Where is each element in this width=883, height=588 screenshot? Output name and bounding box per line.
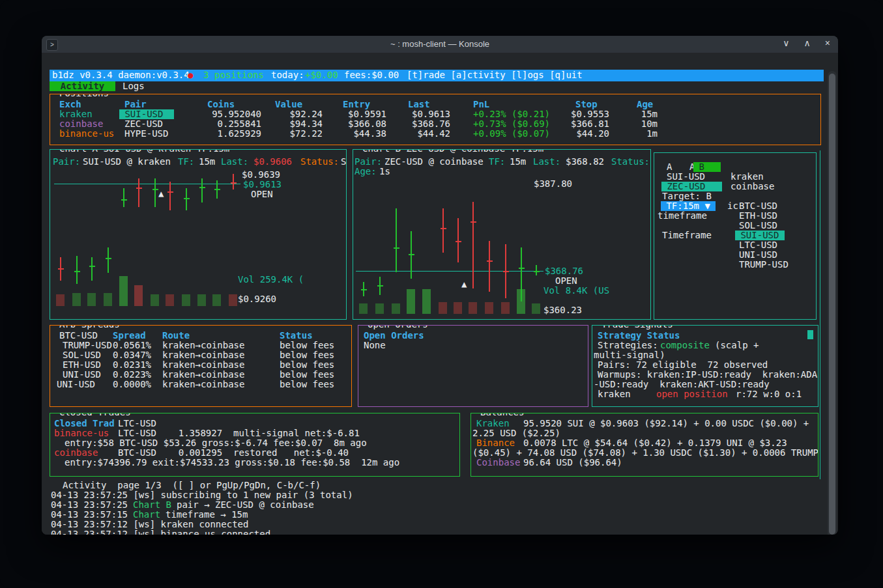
exchange-name: coinbase [59, 119, 103, 129]
arb-spreads-panel: Arb Spreads BTC-USDSpreadRouteStatusTRUM… [50, 325, 352, 407]
text-seg: Exch [59, 100, 81, 109]
scrollbar-thumb[interactable] [829, 74, 835, 535]
text-seg: UNI-USD [63, 370, 101, 380]
pair-selector-list: AA B SUI-USDkraken ZEC-USD coinbaseTarge… [654, 153, 816, 319]
text-seg: 04-13 23:57:12 [ws] binance.us connected [51, 529, 270, 535]
volume-bar [197, 294, 206, 306]
volume-bar [407, 289, 415, 314]
volume-label: Vol 259.4K ( [238, 275, 304, 285]
text-seg: Strategy Status [598, 331, 680, 341]
text-seg: $0.9591 [336, 109, 386, 119]
candle-tick [199, 187, 205, 188]
candle-wick [138, 178, 139, 207]
app-status-bar: b1dz v0.3.4 daemon:v0.3.4●3 positionstod… [50, 70, 824, 81]
text-seg: UNI-USD [57, 380, 95, 389]
slot-b-pair[interactable]: ZEC-USD [661, 182, 722, 191]
pair-option[interactable]: ETH-USD [739, 211, 777, 221]
pair-option-selected[interactable]: SUI-USD [735, 231, 785, 240]
tab-logs[interactable]: Logs [123, 81, 145, 91]
candle-tick [121, 199, 127, 201]
minimize-button[interactable]: ∨ [783, 38, 789, 48]
text-seg: 95.9520 SUI @ $0.9603 ($92.14) + 0.00 US… [523, 419, 809, 428]
pair-option[interactable]: TRUMP-USD [739, 260, 789, 270]
closed-trades-list: Closed TradLTC-USDbinance-usLTC-USD 1.35… [50, 413, 459, 476]
chart-a-panel: Chart A SUI-USD @ kraken TF:15m Pair:SUI… [50, 149, 347, 320]
text-seg: 04-13 23:57:12 [ws] kraken connected [51, 520, 248, 529]
volume-bar [87, 293, 96, 306]
timeframe-dropdown[interactable]: TF:15m ▼ [661, 201, 716, 211]
text-seg: 0.0231% [113, 360, 151, 370]
konsole-window: > ~ : mosh-client — Konsole ∨ ∧ × b1dz v… [42, 36, 838, 535]
hotkey-menu[interactable]: [t]rade [a]ctivity [l]ogs [q]uit [407, 70, 583, 80]
trade-signals-title: Trade Signals [598, 325, 677, 329]
text-seg: 0.0561% [113, 341, 151, 350]
pair[interactable]: ZEC-USD [124, 119, 163, 129]
text-seg: ($0.45) + 74.08 USD ($74.08) + 1.30 USDC… [472, 448, 818, 458]
text-seg: today: [271, 70, 304, 80]
target-label: Target: B [662, 191, 712, 201]
text-seg: LTC-USD [118, 419, 156, 428]
text-seg: S [341, 157, 346, 167]
entry-marker-icon: ▲ [158, 189, 164, 199]
pair-option[interactable]: BTC-USD [739, 201, 777, 211]
position-status: open position [656, 389, 728, 399]
tab-activity[interactable]: Activity [50, 81, 115, 91]
text-seg: timeframe → 15m [166, 510, 248, 520]
volume-label: Vol 8.4K (US [543, 286, 609, 296]
window-titlebar[interactable]: > ~ : mosh-client — Konsole ∨ ∧ × [42, 36, 838, 53]
pair-highlighted[interactable]: SUI-USD [119, 109, 174, 119]
pair[interactable]: HYPE-USD [124, 129, 168, 139]
pair-selector-panel: AA B SUI-USDkraken ZEC-USD coinbaseTarge… [654, 152, 817, 320]
price-label: $387.80 [534, 179, 572, 189]
exchange-name: coinbase [54, 448, 98, 458]
pair-option[interactable]: LTC-USD [739, 240, 777, 250]
candle-wick [186, 188, 187, 210]
text-seg: 15m [510, 157, 526, 167]
scrollbar[interactable] [828, 71, 837, 535]
text-seg: Pair: [53, 157, 80, 167]
text-seg: kraken→coinbase [162, 370, 244, 380]
chart-a-title: Chart A SUI-USD @ kraken TF:15m [55, 149, 233, 154]
text-seg: Status: [300, 157, 339, 167]
chart-b-select[interactable]: B [693, 162, 721, 172]
candle-wick [442, 208, 444, 253]
price-label: $0.9639 [242, 170, 280, 180]
slot-a-pair[interactable]: SUI-USD [667, 172, 705, 182]
closed-trades-panel: Closed Trades Closed TradLTC-USDbinance-… [50, 413, 460, 477]
outer-border-line [820, 150, 820, 479]
text-seg: coinbase [731, 182, 774, 191]
today-pnl: +$0.00 [305, 70, 338, 80]
candle-wick [472, 202, 474, 288]
price-label-low: $360.23 [543, 305, 582, 315]
text-seg: Closed Trad [54, 419, 115, 428]
chart-a-select[interactable]: A [667, 162, 672, 172]
candle-tick [394, 247, 399, 249]
candle-wick [201, 178, 203, 203]
text-seg: kraken [731, 172, 764, 182]
candle-tick [106, 258, 111, 259]
exchange-name: Binance [476, 438, 515, 448]
arb-spreads-table: BTC-USDSpreadRouteStatusTRUMP-USD0.0561%… [50, 326, 351, 406]
text-seg: Coins [207, 100, 235, 109]
text-seg: 04-13 23:57:25 [51, 500, 128, 510]
pair-option[interactable]: SOL-USD [739, 221, 777, 231]
candle-tick [361, 289, 367, 290]
maximize-button[interactable]: ∧ [804, 38, 811, 48]
text-seg: below fees [280, 341, 334, 350]
candle-wick [123, 188, 124, 207]
close-button[interactable]: × [825, 38, 830, 48]
volume-bar [72, 293, 81, 306]
candle-wick [91, 257, 93, 281]
volume-bar [422, 289, 431, 314]
volume-bar [182, 294, 190, 306]
text-seg: kraken→coinbase [162, 360, 244, 370]
candle-tick [136, 188, 142, 189]
fees-today: fees:$0.00 [344, 70, 399, 80]
text-seg: Spread [113, 331, 146, 341]
chart-b-panel: Chart B ZEC-USD @ coinbase TF:15m Pair:Z… [353, 149, 651, 320]
pair-option[interactable]: UNI-USD [739, 250, 777, 260]
candle-tick [503, 271, 509, 272]
closed-trades-title: Closed Trades [55, 413, 135, 417]
chart-b-plot: Pair:ZEC-USD @ coinbaseTF:15mLast:$368.8… [353, 150, 650, 319]
candle-tick [58, 268, 64, 270]
